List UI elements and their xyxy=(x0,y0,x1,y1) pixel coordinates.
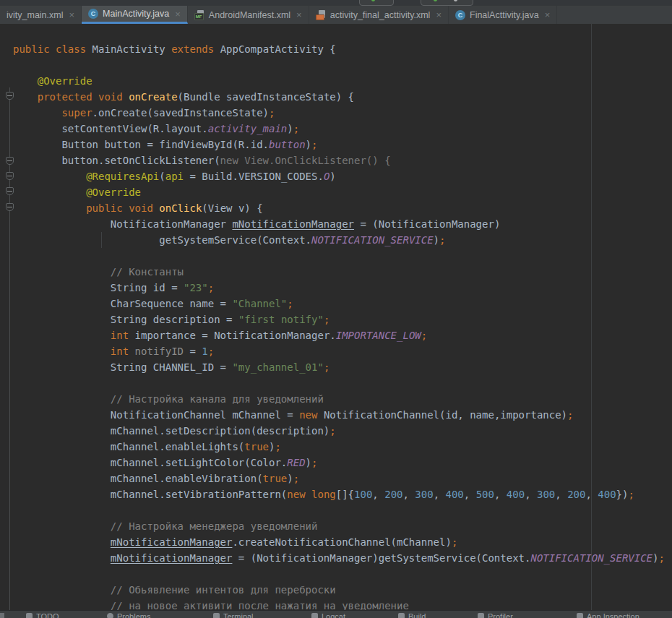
code-line: // Настройка канала для уведомлений xyxy=(13,391,672,407)
code-line xyxy=(13,502,672,518)
java-class-icon: C xyxy=(88,9,98,19)
code-line xyxy=(13,248,672,264)
toolwindow-label: Terminal xyxy=(223,612,254,618)
ide-window: ivity_main.xml×CMainActivity.java×MFAndr… xyxy=(0,0,672,618)
code-line xyxy=(13,566,672,582)
toolwindow-button-app-inspection[interactable]: App Inspection xyxy=(577,612,639,618)
code-line: String id = "23"; xyxy=(13,280,672,296)
code-editor[interactable]: public class MainActivity extends AppCom… xyxy=(0,24,672,611)
tab-androidmanifest-xml[interactable]: MFAndroidManifest.xml× xyxy=(188,6,309,24)
layout-xml-icon xyxy=(316,10,326,20)
code-line: mChannel.setVibrationPattern(new long[]{… xyxy=(13,486,672,502)
code-line xyxy=(13,57,672,73)
code-line: mNotificationManager.createNotificationC… xyxy=(13,534,672,550)
build-icon xyxy=(398,613,405,618)
close-icon[interactable]: × xyxy=(296,10,302,20)
close-icon[interactable]: × xyxy=(545,10,551,20)
code-line: @RequiresApi(api = Build.VERSION_CODES.O… xyxy=(13,168,672,184)
code-line: String CHANNEL_ID = "my_channel_01"; xyxy=(13,359,672,375)
tab-finalacttivity-java[interactable]: CFinalActtivity.java× xyxy=(449,6,557,24)
run-icon[interactable] xyxy=(371,0,375,1)
tab-activity-final-acttivity-xml[interactable]: activity_final_acttivity.xml× xyxy=(309,6,449,24)
code-line: // Обьявление интентов для переброски xyxy=(13,582,672,598)
code-area: public class MainActivity extends AppCom… xyxy=(0,41,672,611)
editor-tab-bar: ivity_main.xml×CMainActivity.java×MFAndr… xyxy=(0,6,672,24)
code-line: // Настройка менеджера уведомлений xyxy=(13,518,672,534)
manifest-badge: MF xyxy=(194,13,204,20)
code-line: int notifyID = 1; xyxy=(13,343,672,359)
toolwindow-label: Build xyxy=(408,612,426,618)
toolwindow-button-logcat[interactable]: Logcat xyxy=(311,612,345,618)
toolwindow-label: App Inspection xyxy=(587,612,639,618)
layout-badge xyxy=(316,14,324,20)
toolwindow-button-todo[interactable]: TODO xyxy=(26,612,59,618)
code-line: public class MainActivity extends AppCom… xyxy=(13,41,672,57)
logcat-icon xyxy=(311,613,318,618)
todo-icon xyxy=(26,613,33,618)
tab-label: ivity_main.xml xyxy=(7,10,64,20)
run-configuration-widget[interactable] xyxy=(359,0,394,6)
close-icon[interactable]: × xyxy=(436,10,441,20)
toolwindow-label: Logcat xyxy=(322,612,345,618)
tab-label: activity_final_acttivity.xml xyxy=(330,10,431,20)
code-line: NotificationManager mNotificationManager… xyxy=(13,216,672,232)
code-line: protected void onCreate(Bundle savedInst… xyxy=(13,89,672,105)
code-line: setContentView(R.layout.activity_main); xyxy=(13,121,672,137)
code-line: int importance = NotificationManager.IMP… xyxy=(13,327,672,343)
close-icon[interactable]: × xyxy=(175,9,181,19)
window-corner-icon xyxy=(0,613,4,618)
tab-ivity-main-xml[interactable]: ivity_main.xml× xyxy=(0,6,82,24)
tab-label: AndroidManifest.xml xyxy=(209,10,290,20)
code-line: mChannel.setLightColor(Color.RED); xyxy=(13,455,672,471)
toolwindow-label: Profiler xyxy=(488,612,513,618)
toolwindow-button-terminal[interactable]: Terminal xyxy=(213,612,254,618)
code-line: mNotificationManager = (NotificationMana… xyxy=(13,550,672,566)
code-line: super.onCreate(savedInstanceState); xyxy=(13,105,672,121)
code-line: @Override xyxy=(13,184,672,200)
toolwindow-label: TODO xyxy=(36,612,59,618)
toolwindow-label: Problems xyxy=(117,612,150,618)
code-line: public void onClick(View v) { xyxy=(13,200,672,216)
code-line xyxy=(13,375,672,391)
code-line: mChannel.enableVibration(true); xyxy=(13,471,672,486)
code-line: String description = "first notify"; xyxy=(13,312,672,327)
main-toolbar xyxy=(0,0,672,6)
profiler-icon xyxy=(478,613,484,618)
java-class-icon: C xyxy=(455,10,465,20)
problems-icon xyxy=(107,613,113,618)
code-line: getSystemService(Context.NOTIFICATION_SE… xyxy=(13,232,672,248)
manifest-file-icon: MF xyxy=(194,10,204,20)
run-icon[interactable] xyxy=(434,0,437,1)
more-actions-icon[interactable] xyxy=(454,0,457,1)
code-line: CharSequence name = "Channel"; xyxy=(13,296,672,312)
tab-label: FinalActtivity.java xyxy=(470,10,539,20)
tab-label: MainActivity.java xyxy=(103,9,169,19)
close-icon[interactable]: × xyxy=(69,10,75,20)
tool-window-bar: TODOProblemsTerminalLogcatBuildProfilerA… xyxy=(0,610,672,618)
code-line: mChannel.setDescription(description); xyxy=(13,423,672,439)
code-line: // Константы xyxy=(13,264,672,280)
code-line: NotificationChannel mChannel = new Notif… xyxy=(13,407,672,423)
toolwindow-button-problems[interactable]: Problems xyxy=(107,612,150,618)
toolwindow-button-profiler[interactable]: Profiler xyxy=(478,612,513,618)
code-line: button.setOnClickListener(new View.OnCli… xyxy=(13,153,672,168)
terminal-icon xyxy=(213,613,220,618)
code-line: mChannel.enableLights(true); xyxy=(13,439,672,455)
device-selector-widget[interactable] xyxy=(421,0,473,6)
code-line: // на новое активити после нажатия на ув… xyxy=(13,598,672,611)
code-line: Button button = findViewById(R.id.button… xyxy=(13,137,672,153)
tab-mainactivity-java[interactable]: CMainActivity.java× xyxy=(82,6,188,24)
app-inspection-icon xyxy=(577,613,583,618)
toolwindow-button-build[interactable]: Build xyxy=(398,612,426,618)
code-line: @Override xyxy=(13,73,672,89)
